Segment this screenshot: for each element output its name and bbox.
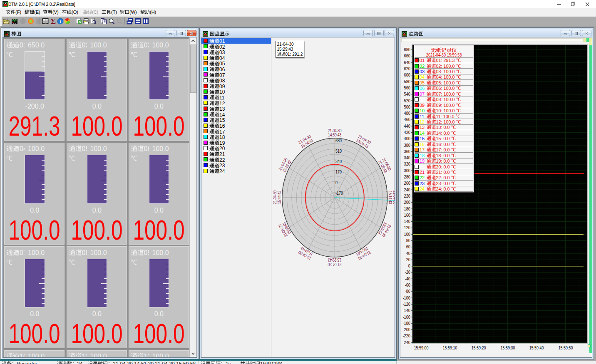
svg-text:i: i (60, 19, 61, 24)
svg-text:Σ: Σ (51, 18, 56, 25)
